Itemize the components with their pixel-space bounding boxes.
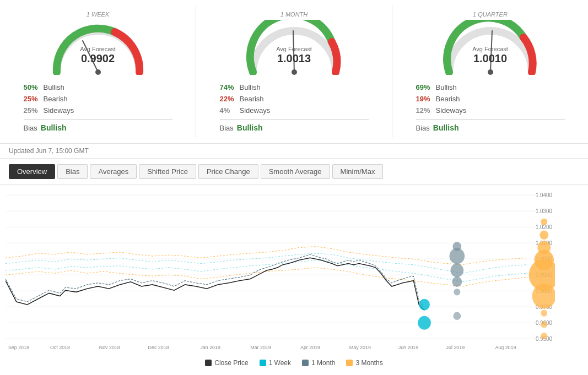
tab-smooth[interactable]: Smooth Average	[261, 164, 330, 179]
tab-shifted[interactable]: Shifted Price	[139, 164, 196, 179]
week-bearish-row: 25% Bearish	[24, 93, 172, 105]
svg-point-30	[450, 264, 463, 278]
svg-text:Aug 2019: Aug 2019	[495, 345, 516, 350]
tab-pricechange[interactable]: Price Change	[198, 164, 258, 179]
month-panel: 1 MONTH Avg Forecast 1.0013 74% Bullish …	[196, 6, 392, 138]
svg-text:Dec 2018: Dec 2018	[148, 345, 169, 350]
svg-text:Apr 2019: Apr 2019	[300, 345, 320, 350]
svg-point-34	[541, 219, 547, 225]
quarter-panel: 1 QUARTER Avg Forecast 1.0010 69% Bullis…	[392, 6, 588, 138]
svg-text:Nov 2018: Nov 2018	[99, 345, 120, 350]
legend-close-dot	[205, 360, 212, 366]
tab-overview[interactable]: Overview	[9, 164, 55, 179]
svg-point-42	[541, 333, 547, 339]
quarter-divider	[416, 119, 565, 120]
svg-point-27	[418, 316, 431, 330]
month-sideways-row: 4% Sideways	[220, 105, 369, 116]
week-bullish-row: 50% Bullish	[24, 81, 172, 93]
svg-point-33	[453, 312, 461, 320]
week-gauge: Avg Forecast 0.9902	[48, 20, 148, 75]
svg-text:Jun 2019: Jun 2019	[398, 345, 419, 350]
month-bullish-row: 74% Bullish	[220, 81, 369, 93]
chart-area: 1.0400 1.0300 1.0200 1.0100 1.0000 0.990…	[0, 185, 588, 356]
svg-point-29	[449, 248, 465, 264]
quarter-sideways-row: 12% Sideways	[416, 105, 565, 116]
svg-text:May 2019: May 2019	[349, 345, 371, 350]
forecasts-row: 1 WEEK Avg Forecast 0.9902 50% Bullis	[0, 0, 588, 144]
svg-text:Oct 2018: Oct 2018	[50, 345, 70, 350]
svg-point-41	[541, 321, 547, 328]
svg-point-40	[541, 309, 547, 316]
updated-bar: Updated Jun 7, 15:00 GMT	[0, 144, 588, 159]
legend-week: 1 Week	[260, 359, 291, 367]
month-gauge-label: Avg Forecast 1.0013	[276, 46, 312, 65]
chart-legend: Close Price 1 Week 1 Month 3 Months	[0, 356, 588, 370]
legend-month: 1 Month	[302, 359, 335, 367]
legend-close: Close Price	[205, 359, 248, 367]
week-panel: 1 WEEK Avg Forecast 0.9902 50% Bullis	[0, 6, 196, 138]
legend-3months-dot	[346, 360, 353, 366]
tab-minmax[interactable]: Minim/Max	[332, 164, 384, 179]
tab-averages[interactable]: Averages	[90, 164, 137, 179]
legend-month-dot	[302, 360, 309, 366]
svg-text:1.0400: 1.0400	[536, 192, 553, 198]
svg-point-3	[292, 69, 297, 75]
month-divider	[220, 119, 369, 120]
legend-week-dot	[260, 360, 266, 366]
svg-point-1	[95, 69, 101, 75]
quarter-gauge: Avg Forecast 1.0010	[441, 20, 540, 75]
svg-text:Jan 2019: Jan 2019	[200, 345, 220, 350]
quarter-bearish-row: 19% Bearish	[416, 93, 565, 105]
svg-text:1.0300: 1.0300	[536, 208, 553, 214]
month-title: 1 MONTH	[280, 11, 308, 18]
week-sideways-row: 25% Sideways	[24, 105, 172, 116]
month-bearish-row: 22% Bearish	[220, 93, 369, 105]
month-gauge: Avg Forecast 1.0013	[245, 20, 344, 75]
week-divider	[24, 119, 172, 120]
svg-point-39	[532, 284, 555, 309]
svg-point-35	[540, 231, 548, 240]
week-title: 1 WEEK	[87, 11, 110, 18]
svg-point-31	[452, 276, 462, 287]
quarter-stats: 69% Bullish 19% Bearish 12% Sideways Bia…	[416, 81, 565, 132]
chart-svg: 1.0400 1.0300 1.0200 1.0100 1.0000 0.990…	[6, 191, 555, 350]
week-stats: 50% Bullish 25% Bearish 25% Sideways Bia…	[24, 81, 172, 132]
svg-text:Jul 2019: Jul 2019	[446, 345, 465, 350]
svg-point-26	[419, 299, 430, 311]
week-gauge-label: Avg Forecast 0.9902	[80, 46, 116, 65]
svg-text:Sep 2018: Sep 2018	[8, 345, 29, 350]
month-stats: 74% Bullish 22% Bearish 4% Sideways Bias…	[220, 81, 369, 132]
quarter-gauge-label: Avg Forecast 1.0010	[472, 46, 508, 65]
legend-3months: 3 Months	[346, 359, 382, 367]
tab-bias[interactable]: Bias	[57, 164, 88, 179]
week-bias-row: Bias Bullish	[24, 123, 172, 132]
quarter-bias-row: Bias Bullish	[416, 123, 565, 132]
month-bias-row: Bias Bullish	[220, 123, 369, 132]
svg-point-32	[454, 289, 460, 295]
quarter-title: 1 QUARTER	[473, 11, 508, 18]
quarter-bullish-row: 69% Bullish	[416, 81, 565, 93]
tabs-row: Overview Bias Averages Shifted Price Pri…	[0, 159, 588, 185]
svg-point-5	[488, 69, 493, 75]
svg-text:Mar 2019: Mar 2019	[250, 345, 271, 350]
